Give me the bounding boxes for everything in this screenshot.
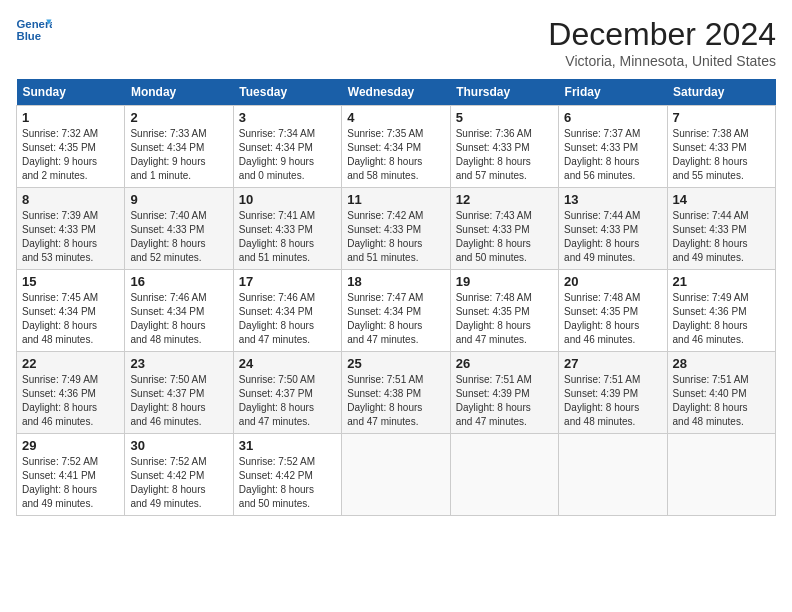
calendar-week-row: 15Sunrise: 7:45 AM Sunset: 4:34 PM Dayli… <box>17 270 776 352</box>
day-number: 7 <box>673 110 770 125</box>
day-number: 1 <box>22 110 119 125</box>
day-info: Sunrise: 7:49 AM Sunset: 4:36 PM Dayligh… <box>673 291 770 347</box>
day-number: 9 <box>130 192 227 207</box>
day-number: 28 <box>673 356 770 371</box>
day-info: Sunrise: 7:51 AM Sunset: 4:38 PM Dayligh… <box>347 373 444 429</box>
logo: General Blue <box>16 16 52 44</box>
day-number: 14 <box>673 192 770 207</box>
day-number: 20 <box>564 274 661 289</box>
day-number: 27 <box>564 356 661 371</box>
day-number: 10 <box>239 192 336 207</box>
day-number: 11 <box>347 192 444 207</box>
weekday-header-friday: Friday <box>559 79 667 106</box>
day-number: 23 <box>130 356 227 371</box>
day-number: 21 <box>673 274 770 289</box>
calendar-cell: 9Sunrise: 7:40 AM Sunset: 4:33 PM Daylig… <box>125 188 233 270</box>
calendar-cell: 29Sunrise: 7:52 AM Sunset: 4:41 PM Dayli… <box>17 434 125 516</box>
day-info: Sunrise: 7:47 AM Sunset: 4:34 PM Dayligh… <box>347 291 444 347</box>
day-info: Sunrise: 7:51 AM Sunset: 4:39 PM Dayligh… <box>456 373 553 429</box>
day-number: 12 <box>456 192 553 207</box>
day-info: Sunrise: 7:44 AM Sunset: 4:33 PM Dayligh… <box>564 209 661 265</box>
day-info: Sunrise: 7:48 AM Sunset: 4:35 PM Dayligh… <box>456 291 553 347</box>
day-number: 25 <box>347 356 444 371</box>
weekday-header-sunday: Sunday <box>17 79 125 106</box>
calendar-cell: 25Sunrise: 7:51 AM Sunset: 4:38 PM Dayli… <box>342 352 450 434</box>
day-info: Sunrise: 7:37 AM Sunset: 4:33 PM Dayligh… <box>564 127 661 183</box>
calendar-body: 1Sunrise: 7:32 AM Sunset: 4:35 PM Daylig… <box>17 106 776 516</box>
calendar-cell: 17Sunrise: 7:46 AM Sunset: 4:34 PM Dayli… <box>233 270 341 352</box>
calendar-cell: 31Sunrise: 7:52 AM Sunset: 4:42 PM Dayli… <box>233 434 341 516</box>
title-area: December 2024 Victoria, Minnesota, Unite… <box>548 16 776 69</box>
day-info: Sunrise: 7:52 AM Sunset: 4:41 PM Dayligh… <box>22 455 119 511</box>
calendar-cell: 24Sunrise: 7:50 AM Sunset: 4:37 PM Dayli… <box>233 352 341 434</box>
calendar-cell: 16Sunrise: 7:46 AM Sunset: 4:34 PM Dayli… <box>125 270 233 352</box>
day-info: Sunrise: 7:35 AM Sunset: 4:34 PM Dayligh… <box>347 127 444 183</box>
calendar-cell: 2Sunrise: 7:33 AM Sunset: 4:34 PM Daylig… <box>125 106 233 188</box>
day-info: Sunrise: 7:39 AM Sunset: 4:33 PM Dayligh… <box>22 209 119 265</box>
day-number: 31 <box>239 438 336 453</box>
day-info: Sunrise: 7:51 AM Sunset: 4:40 PM Dayligh… <box>673 373 770 429</box>
calendar-cell: 28Sunrise: 7:51 AM Sunset: 4:40 PM Dayli… <box>667 352 775 434</box>
calendar-cell: 14Sunrise: 7:44 AM Sunset: 4:33 PM Dayli… <box>667 188 775 270</box>
day-info: Sunrise: 7:43 AM Sunset: 4:33 PM Dayligh… <box>456 209 553 265</box>
weekday-header-thursday: Thursday <box>450 79 558 106</box>
day-number: 19 <box>456 274 553 289</box>
calendar-cell: 8Sunrise: 7:39 AM Sunset: 4:33 PM Daylig… <box>17 188 125 270</box>
calendar-cell: 20Sunrise: 7:48 AM Sunset: 4:35 PM Dayli… <box>559 270 667 352</box>
calendar-cell: 22Sunrise: 7:49 AM Sunset: 4:36 PM Dayli… <box>17 352 125 434</box>
day-number: 16 <box>130 274 227 289</box>
logo-icon: General Blue <box>16 16 52 44</box>
day-number: 30 <box>130 438 227 453</box>
day-info: Sunrise: 7:42 AM Sunset: 4:33 PM Dayligh… <box>347 209 444 265</box>
calendar-cell: 11Sunrise: 7:42 AM Sunset: 4:33 PM Dayli… <box>342 188 450 270</box>
calendar-week-row: 8Sunrise: 7:39 AM Sunset: 4:33 PM Daylig… <box>17 188 776 270</box>
day-info: Sunrise: 7:32 AM Sunset: 4:35 PM Dayligh… <box>22 127 119 183</box>
calendar-cell <box>342 434 450 516</box>
day-info: Sunrise: 7:46 AM Sunset: 4:34 PM Dayligh… <box>130 291 227 347</box>
calendar-cell: 13Sunrise: 7:44 AM Sunset: 4:33 PM Dayli… <box>559 188 667 270</box>
day-number: 5 <box>456 110 553 125</box>
weekday-header-wednesday: Wednesday <box>342 79 450 106</box>
weekday-header-saturday: Saturday <box>667 79 775 106</box>
calendar-cell: 15Sunrise: 7:45 AM Sunset: 4:34 PM Dayli… <box>17 270 125 352</box>
calendar-cell <box>559 434 667 516</box>
calendar-cell: 4Sunrise: 7:35 AM Sunset: 4:34 PM Daylig… <box>342 106 450 188</box>
day-number: 2 <box>130 110 227 125</box>
day-info: Sunrise: 7:46 AM Sunset: 4:34 PM Dayligh… <box>239 291 336 347</box>
calendar-cell: 21Sunrise: 7:49 AM Sunset: 4:36 PM Dayli… <box>667 270 775 352</box>
day-number: 4 <box>347 110 444 125</box>
day-number: 24 <box>239 356 336 371</box>
calendar-cell: 1Sunrise: 7:32 AM Sunset: 4:35 PM Daylig… <box>17 106 125 188</box>
day-info: Sunrise: 7:38 AM Sunset: 4:33 PM Dayligh… <box>673 127 770 183</box>
day-number: 13 <box>564 192 661 207</box>
day-number: 22 <box>22 356 119 371</box>
calendar-cell: 26Sunrise: 7:51 AM Sunset: 4:39 PM Dayli… <box>450 352 558 434</box>
calendar-cell: 12Sunrise: 7:43 AM Sunset: 4:33 PM Dayli… <box>450 188 558 270</box>
calendar-cell: 5Sunrise: 7:36 AM Sunset: 4:33 PM Daylig… <box>450 106 558 188</box>
day-info: Sunrise: 7:41 AM Sunset: 4:33 PM Dayligh… <box>239 209 336 265</box>
day-info: Sunrise: 7:50 AM Sunset: 4:37 PM Dayligh… <box>130 373 227 429</box>
day-info: Sunrise: 7:52 AM Sunset: 4:42 PM Dayligh… <box>130 455 227 511</box>
day-number: 6 <box>564 110 661 125</box>
calendar-cell: 19Sunrise: 7:48 AM Sunset: 4:35 PM Dayli… <box>450 270 558 352</box>
day-info: Sunrise: 7:34 AM Sunset: 4:34 PM Dayligh… <box>239 127 336 183</box>
calendar-cell: 23Sunrise: 7:50 AM Sunset: 4:37 PM Dayli… <box>125 352 233 434</box>
weekday-header-tuesday: Tuesday <box>233 79 341 106</box>
calendar-cell: 7Sunrise: 7:38 AM Sunset: 4:33 PM Daylig… <box>667 106 775 188</box>
calendar-cell: 18Sunrise: 7:47 AM Sunset: 4:34 PM Dayli… <box>342 270 450 352</box>
svg-text:Blue: Blue <box>17 30 42 42</box>
calendar-week-row: 22Sunrise: 7:49 AM Sunset: 4:36 PM Dayli… <box>17 352 776 434</box>
day-info: Sunrise: 7:50 AM Sunset: 4:37 PM Dayligh… <box>239 373 336 429</box>
day-number: 17 <box>239 274 336 289</box>
day-number: 26 <box>456 356 553 371</box>
calendar-cell: 3Sunrise: 7:34 AM Sunset: 4:34 PM Daylig… <box>233 106 341 188</box>
calendar-cell <box>667 434 775 516</box>
calendar-cell: 6Sunrise: 7:37 AM Sunset: 4:33 PM Daylig… <box>559 106 667 188</box>
weekday-header-row: SundayMondayTuesdayWednesdayThursdayFrid… <box>17 79 776 106</box>
month-title: December 2024 <box>548 16 776 53</box>
page-header: General Blue December 2024 Victoria, Min… <box>16 16 776 69</box>
day-info: Sunrise: 7:44 AM Sunset: 4:33 PM Dayligh… <box>673 209 770 265</box>
calendar-week-row: 1Sunrise: 7:32 AM Sunset: 4:35 PM Daylig… <box>17 106 776 188</box>
day-number: 15 <box>22 274 119 289</box>
day-info: Sunrise: 7:36 AM Sunset: 4:33 PM Dayligh… <box>456 127 553 183</box>
